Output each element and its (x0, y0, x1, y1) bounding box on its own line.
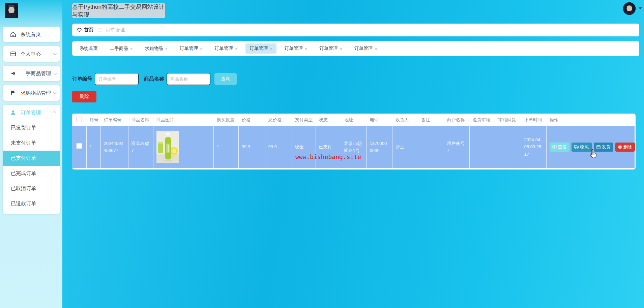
delete-row-button-label: 删除 (623, 144, 632, 150)
sub-item-label: 已支付订单 (11, 155, 36, 161)
sub-item-label: 已发货订单 (11, 125, 36, 131)
tab-label: 订单管理 (215, 45, 233, 52)
close-icon[interactable]: × (340, 46, 343, 51)
search-form: 订单编号 商品名称 查询 (72, 73, 237, 85)
page-title: 基于Python的高校二手交易网站设计与实现 (72, 3, 165, 18)
tab-order-mgmt-3-active[interactable]: 订单管理× (245, 43, 276, 54)
avatar-image (623, 2, 636, 15)
chevron-up-icon (52, 111, 56, 115)
col-product-name: 商品名称 (128, 114, 153, 126)
home-icon (10, 31, 16, 37)
col-audit-reply: 审核回复 (495, 114, 521, 126)
cell-phone: 13700000000 (367, 126, 392, 168)
table-header-row: 序号 订单编号 商品名称 商品图片 购买数量 价格 总价格 支付类型 状态 地址… (72, 114, 635, 126)
product-name-input[interactable] (167, 73, 210, 85)
tab-label: 订单管理 (180, 45, 198, 52)
orders-table: 序号 订单编号 商品名称 商品图片 购买数量 价格 总价格 支付类型 状态 地址… (72, 114, 636, 170)
sidebar-item-secondhand-goods-mgmt[interactable]: 二手商品管理 (3, 66, 60, 81)
product-name-label: 商品名称 (144, 76, 164, 82)
sidebar-item-shipped-orders[interactable]: 已发货订单 (3, 120, 60, 135)
tab-label: 求购物品 (145, 45, 163, 52)
tab-label: 二手商品 (110, 45, 128, 52)
col-order-time: 下单时间 (521, 114, 546, 126)
col-pay-type: 支付类型 (292, 114, 316, 126)
user-avatar[interactable] (623, 2, 636, 15)
cell-receiver: 张三 (392, 126, 418, 168)
sidebar-item-refunded-orders[interactable]: 已退款订单 (3, 196, 60, 211)
col-status: 状态 (316, 114, 341, 126)
sidebar-item-completed-orders[interactable]: 已完成订单 (3, 166, 60, 181)
sub-item-label: 未支付订单 (11, 140, 36, 146)
sidebar-item-paid-orders[interactable]: 已支付订单 (3, 151, 60, 166)
cell-order-no: 20244592453677 (100, 126, 128, 168)
sidebar: 系统首页 个人中心 二手商品管理 求购物品管理 订单管理 已发货订单 未支付订单 (0, 0, 62, 308)
sub-item-label: 已取消订单 (11, 185, 36, 192)
view-button[interactable]: 查看 (550, 143, 569, 152)
tab-home[interactable]: 系统首页 (76, 43, 102, 54)
delete-selected-button[interactable]: 删除 (72, 91, 96, 102)
panel-icon (10, 51, 16, 57)
col-phone: 电话 (367, 114, 392, 126)
col-merchant: 商户名称 (444, 114, 469, 126)
delete-row-button[interactable]: 删除 (615, 143, 635, 152)
cell-audit-reply (495, 126, 521, 168)
send-icon (10, 70, 16, 76)
user-icon (10, 110, 16, 116)
sidebar-item-order-mgmt[interactable]: 订单管理 (3, 105, 60, 120)
chevron-down-icon[interactable] (639, 7, 642, 9)
tab-label: 订单管理 (354, 45, 373, 52)
cell-index: 1 (86, 126, 100, 168)
tab-order-mgmt-4[interactable]: 订单管理× (281, 43, 312, 54)
close-icon[interactable]: × (235, 46, 238, 51)
tab-order-mgmt-5[interactable]: 订单管理× (316, 43, 347, 54)
logistics-button[interactable]: 物流 (572, 143, 592, 152)
tab-order-mgmt-1[interactable]: 订单管理× (176, 43, 207, 54)
cell-remark (418, 126, 444, 168)
sidebar-item-personal-center[interactable]: 个人中心 (3, 46, 60, 62)
logistics-button-label: 物流 (580, 144, 589, 150)
chevron-down-icon (53, 91, 57, 94)
cell-merchant: 用户账号7 (444, 126, 469, 168)
close-icon[interactable]: × (375, 46, 377, 51)
close-icon[interactable]: × (305, 46, 308, 51)
sidebar-item-label: 个人中心 (21, 51, 41, 57)
sidebar-avatar[interactable] (5, 3, 18, 18)
col-order-no: 订单编号 (100, 114, 128, 126)
tab-order-mgmt-6[interactable]: 订单管理× (350, 43, 381, 54)
breadcrumb-home[interactable]: 首页 (84, 27, 93, 33)
tab-label: 订单管理 (285, 45, 303, 52)
table-row: 1 20244592453677 商品名称7 (72, 126, 635, 168)
tab-wanted-goods[interactable]: 求购物品× (141, 43, 172, 54)
sidebar-item-unpaid-orders[interactable]: 未支付订单 (3, 135, 60, 151)
sidebar-item-cancelled-orders[interactable]: 已取消订单 (3, 181, 60, 196)
cell-product-image (153, 126, 213, 168)
sidebar-item-wanted-goods-mgmt[interactable]: 求购物品管理 (3, 85, 60, 101)
tab-secondhand-goods[interactable]: 二手商品× (106, 43, 137, 54)
cell-return-audit (469, 126, 495, 168)
delete-icon (618, 145, 622, 149)
cell-price: 99.9 (238, 126, 265, 168)
row-checkbox[interactable] (77, 143, 82, 149)
product-photo[interactable] (156, 131, 179, 163)
cell-product-name: 商品名称7 (128, 126, 153, 168)
view-button-label: 查看 (558, 144, 567, 150)
query-button[interactable]: 查询 (214, 73, 237, 85)
sidebar-item-home[interactable]: 系统首页 (3, 27, 60, 42)
page-title-text: 基于Python的高校二手交易网站设计与实现 (72, 3, 165, 19)
sub-item-label: 已退款订单 (11, 201, 36, 207)
close-icon[interactable]: × (165, 46, 168, 51)
cell-address: 北京市朝阳路1号 (341, 126, 367, 168)
select-all-checkbox[interactable] (77, 117, 82, 122)
col-receiver: 收货人 (392, 114, 418, 126)
breadcrumb: 首页 订单管理 (72, 24, 639, 36)
tab-order-mgmt-2[interactable]: 订单管理× (211, 43, 242, 54)
close-icon[interactable]: × (200, 46, 203, 51)
order-no-input[interactable] (95, 73, 139, 85)
sidebar-menu: 系统首页 个人中心 二手商品管理 求购物品管理 订单管理 已发货订单 未支付订单 (3, 27, 60, 214)
close-icon[interactable]: × (130, 46, 133, 51)
tab-label: 订单管理 (250, 45, 268, 52)
truck-icon (574, 145, 579, 149)
ship-button[interactable]: 发货 (594, 143, 613, 152)
sidebar-item-label: 系统首页 (21, 31, 41, 38)
close-icon[interactable]: × (270, 46, 272, 51)
